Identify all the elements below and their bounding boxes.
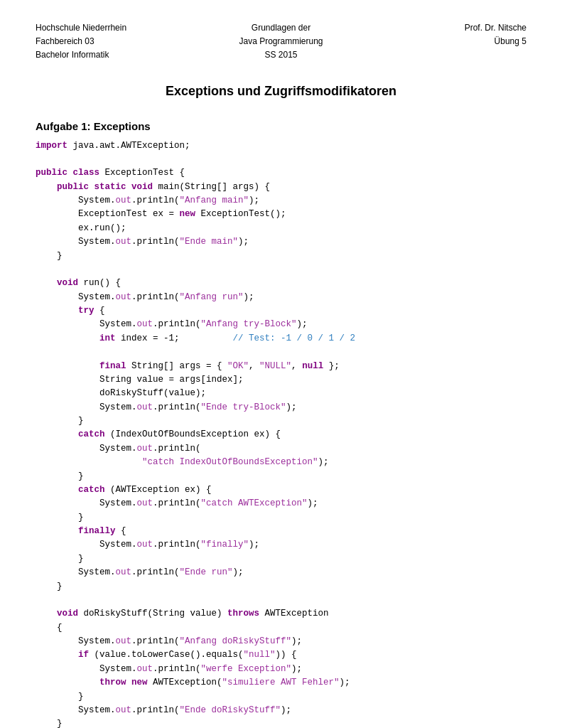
header-center: Grundlagen der Java Programmierung SS 20… [199,21,362,63]
course-line2: Java Programmierung [199,35,362,48]
header: Hochschule Niederrhein Fachbereich 03 Ba… [36,21,526,63]
degree-program: Bachelor Informatik [36,48,199,62]
semester: SS 2015 [199,48,362,62]
code-block: import java.awt.AWTException; public cla… [36,139,526,728]
department: Fachbereich 03 [36,35,199,48]
institution-name: Hochschule Niederrhein [36,21,199,35]
header-right: Prof. Dr. Nitsche Übung 5 [363,21,526,63]
exercise-number: Übung 5 [363,35,526,48]
header-left: Hochschule Niederrhein Fachbereich 03 Ba… [36,21,199,63]
course-line1: Grundlagen der [199,21,362,35]
page-title: Exceptions und Zugriffsmodifikatoren [36,84,526,99]
professor: Prof. Dr. Nitsche [363,21,526,35]
section1-title: Aufgabe 1: Exceptions [36,120,526,132]
